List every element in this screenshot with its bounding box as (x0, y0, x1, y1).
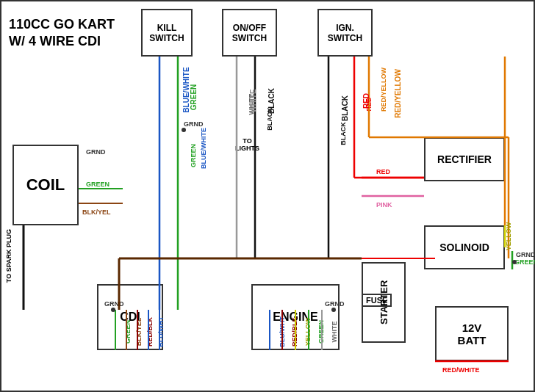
white-label: WHITE (249, 89, 257, 112)
svg-text:GRND: GRND (516, 251, 535, 258)
to-lights-label: TOLIGHTS (235, 137, 259, 152)
cdi-box: CDI (97, 284, 163, 350)
wiring-diagram: 110CC GO KART W/ 4 WIRE CDI COIL KILLSWI… (0, 0, 535, 392)
kill-switch-box: KILLSWITCH (141, 9, 193, 57)
blue-white-label: BLUE/WHITE (182, 67, 190, 112)
svg-text:RED/WHITE: RED/WHITE (442, 366, 480, 374)
svg-text:YELLOW: YELLOW (505, 222, 512, 250)
svg-text:GRND: GRND (184, 120, 204, 128)
rectifier-box: RECTIFIER (424, 137, 505, 181)
svg-text:GREEN: GREEN (514, 258, 535, 266)
fuse-label: FUSE (362, 294, 392, 307)
red-label-ign: RED (362, 93, 370, 109)
svg-text:BLUE/WHITE: BLUE/WHITE (200, 128, 207, 169)
engine-box: ENGINE (251, 284, 340, 350)
diagram-title: 110CC GO KART W/ 4 WIRE CDI (9, 16, 115, 51)
svg-text:GREEN: GREEN (190, 144, 197, 167)
red-yellow-label: RED/YELLOW (394, 69, 402, 118)
svg-text:RED: RED (376, 168, 391, 175)
svg-text:GRND: GRND (86, 148, 106, 156)
black-label-ign: BLACK (341, 95, 349, 121)
svg-point-65 (512, 260, 517, 264)
to-spark-plug-label: TO SPARK PLUG (5, 229, 12, 283)
black-label-onoff: BLACK (268, 88, 276, 114)
battery-box: 12VBATT (435, 306, 509, 361)
svg-text:RED/YELLOW: RED/YELLOW (380, 67, 387, 112)
onoff-switch-box: ON/OFFSWITCH (222, 9, 277, 57)
svg-text:PINK: PINK (376, 201, 392, 208)
svg-point-62 (182, 128, 186, 132)
svg-text:BLACK: BLACK (340, 122, 347, 145)
svg-text:GREEN: GREEN (86, 181, 109, 188)
ign-switch-box: IGN.SWITCH (317, 9, 373, 57)
coil-box: COIL (12, 145, 79, 225)
solenoid-box: SOLINOID (424, 225, 505, 269)
svg-text:BLK/YEL: BLK/YEL (82, 208, 111, 216)
green-label-kill: GREEN (190, 84, 198, 111)
